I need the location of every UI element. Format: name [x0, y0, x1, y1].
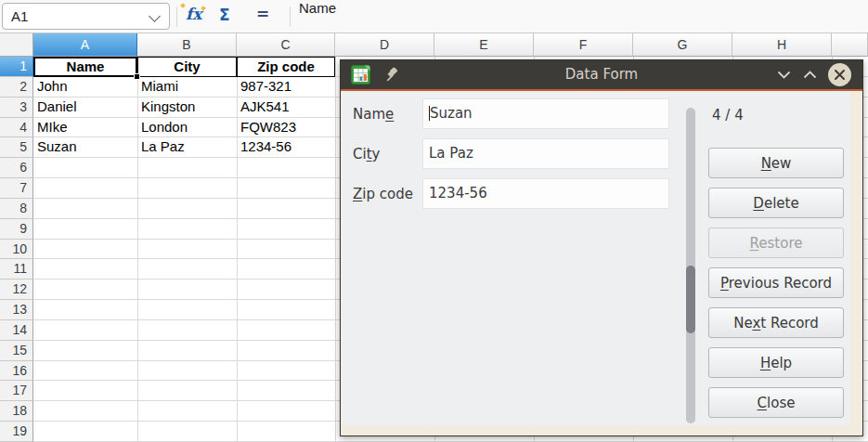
close-button[interactable]: Close: [708, 387, 844, 418]
cell-C2[interactable]: 987-321: [237, 77, 335, 98]
row-header-3[interactable]: 3: [0, 98, 33, 118]
cell-B3[interactable]: Kingston: [137, 98, 237, 118]
column-header-D[interactable]: D: [335, 33, 434, 57]
row-header-2[interactable]: 2: [0, 77, 33, 98]
row-header-7[interactable]: 7: [0, 178, 33, 199]
next-record-button[interactable]: Next Record: [708, 307, 844, 338]
row-header-11[interactable]: 11: [0, 259, 33, 280]
row-header-1[interactable]: 1: [0, 57, 33, 77]
column-header-partial[interactable]: [832, 33, 868, 57]
previous-record-button[interactable]: Previous Record: [708, 267, 844, 298]
chevron-down-icon[interactable]: [777, 71, 791, 79]
field-label-Z: Zip code: [353, 186, 413, 202]
row-header-4[interactable]: 4: [0, 118, 33, 138]
field-input-city[interactable]: La Paz: [422, 138, 669, 169]
name-box-chevron-icon[interactable]: [149, 10, 161, 22]
equals-icon[interactable]: =: [256, 5, 269, 23]
column-header-E[interactable]: E: [434, 33, 534, 57]
name-box-input[interactable]: A1: [2, 3, 170, 30]
toolbar-divider: [290, 6, 291, 27]
formula-input[interactable]: Name: [299, 0, 336, 32]
delete-button[interactable]: Delete: [708, 188, 844, 218]
cell-C5[interactable]: 1234-56: [237, 137, 335, 158]
column-header-B[interactable]: B: [137, 33, 237, 57]
row-header-5[interactable]: 5: [0, 137, 33, 158]
cell-B2[interactable]: Miami: [137, 77, 237, 98]
close-icon[interactable]: [828, 63, 851, 86]
column-header-G[interactable]: G: [633, 33, 732, 57]
column-header-C[interactable]: C: [237, 33, 335, 57]
field-label-e: Name: [353, 106, 394, 123]
new-button[interactable]: New: [708, 148, 844, 178]
row-header-14[interactable]: 14: [0, 320, 33, 341]
dialog-content: NameSuzanCityLa PazZip code1234-56 4 / 4…: [342, 91, 850, 425]
column-header-H[interactable]: H: [732, 33, 832, 57]
row-header-9[interactable]: 9: [0, 219, 33, 240]
cell-A3[interactable]: Daniel: [33, 98, 137, 118]
row-header-6[interactable]: 6: [0, 158, 33, 178]
field-input-zip-code[interactable]: 1234-56: [422, 178, 669, 209]
dialog-scrollbar-thumb[interactable]: [686, 266, 695, 333]
grid-line: [335, 57, 336, 442]
sparkle-icon: [180, 3, 186, 8]
cell-A5[interactable]: Suzan: [33, 137, 137, 158]
dialog-titlebar[interactable]: Data Form: [341, 60, 862, 89]
formula-toolbar: A1 fx Σ = Name: [0, 0, 868, 33]
row-header-8[interactable]: 8: [0, 199, 33, 219]
cell-A2[interactable]: John: [33, 77, 137, 98]
help-button[interactable]: Help: [708, 347, 844, 378]
row-header-13[interactable]: 13: [0, 300, 33, 320]
cell-B1[interactable]: City: [137, 57, 237, 77]
field-input-name[interactable]: Suzan: [422, 98, 669, 129]
record-indicator: 4 / 4: [712, 107, 744, 124]
column-header-A[interactable]: A: [33, 33, 137, 57]
sparkle-icon: [201, 6, 206, 11]
row-header-18[interactable]: 18: [0, 401, 33, 422]
fill-handle[interactable]: [134, 73, 140, 80]
restore-button[interactable]: Restore: [708, 228, 844, 258]
select-all-corner[interactable]: [0, 33, 33, 57]
function-wizard-icon[interactable]: fx: [186, 5, 201, 23]
row-header-19[interactable]: 19: [0, 422, 33, 442]
row-header-17[interactable]: 17: [0, 381, 33, 401]
sum-icon[interactable]: Σ: [219, 6, 230, 24]
formula-content: Name: [299, 0, 336, 16]
cell-A4[interactable]: MIke: [33, 118, 137, 138]
cell-C1[interactable]: Zip code: [237, 57, 335, 77]
row-header-12[interactable]: 12: [0, 280, 33, 300]
data-form-dialog: Data Form NameSuzanCityLa PazZip code123…: [340, 59, 863, 436]
row-header-15[interactable]: 15: [0, 341, 33, 361]
cell-C3[interactable]: AJK541: [237, 98, 335, 118]
chevron-up-icon[interactable]: [803, 71, 817, 79]
toolbar-divider: [176, 6, 177, 27]
app-window: A1 fx Σ = Name ABCDEFGH 1234567891011121…: [0, 0, 868, 442]
active-cell-border: [33, 57, 137, 77]
cell-B5[interactable]: La Paz: [137, 137, 237, 158]
row-header-16[interactable]: 16: [0, 361, 33, 382]
field-label-t: City: [353, 146, 380, 162]
row-header-10[interactable]: 10: [0, 240, 33, 260]
column-header-F[interactable]: F: [534, 33, 633, 57]
name-box-value: A1: [11, 8, 28, 24]
cell-B4[interactable]: London: [137, 118, 237, 138]
cell-C4[interactable]: FQW823: [237, 118, 335, 138]
